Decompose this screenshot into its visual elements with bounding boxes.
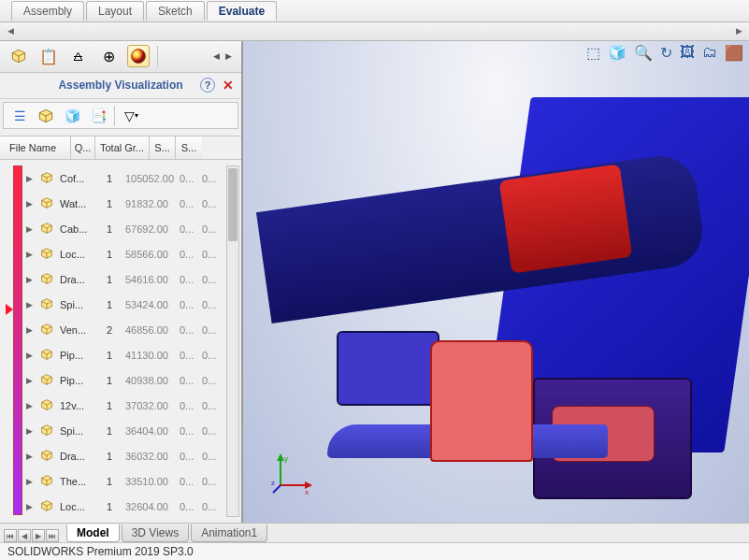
- list-item[interactable]: ▶Cab...167692.000...0...: [0, 216, 241, 241]
- row-total: 40938.00: [125, 375, 180, 386]
- grouping-icon[interactable]: 📑: [88, 106, 108, 126]
- mode-tab-evaluate[interactable]: Evaluate: [207, 1, 277, 21]
- mode-tab-strip: Assembly Layout Sketch Evaluate: [0, 0, 749, 22]
- row-name: Pip...: [60, 350, 101, 361]
- color-gradient-strip[interactable]: [13, 165, 22, 515]
- expander-icon[interactable]: ▶: [26, 502, 36, 511]
- row-total: 67692.00: [125, 223, 180, 235]
- zoom-window-icon[interactable]: 🔍: [634, 44, 653, 62]
- mode-tab-sketch[interactable]: Sketch: [146, 1, 205, 21]
- filter-separator: [114, 106, 115, 126]
- list-item[interactable]: ▶12v...137032.000...0...: [0, 393, 241, 418]
- vcr-first-icon[interactable]: ⏮: [4, 529, 17, 542]
- zoom-to-fit-icon[interactable]: ⬚: [586, 44, 600, 62]
- col-filename[interactable]: File Name: [0, 136, 71, 159]
- toolbar-scroll-left-icon[interactable]: ◀: [211, 51, 222, 61]
- list-item[interactable]: ▶Dra...136032.000...0...: [0, 443, 241, 468]
- mode-tab-assembly[interactable]: Assembly: [11, 1, 84, 21]
- column-header: File Name Q... Total Gr... S... S...: [0, 136, 241, 160]
- filter-funnel-icon[interactable]: ▽▾: [121, 106, 141, 126]
- list-item[interactable]: ▶Wat...191832.000...0...: [0, 191, 241, 216]
- list-item[interactable]: ▶Pip...140938.000...0...: [0, 367, 241, 393]
- bottom-tab-3dviews[interactable]: 3D Views: [122, 524, 189, 542]
- vcr-next-icon[interactable]: ▶: [32, 529, 45, 542]
- list-item[interactable]: ▶Cof...1105052.000...0...: [0, 165, 241, 191]
- view-cube-icon[interactable]: 🧊: [608, 44, 627, 62]
- col-sw[interactable]: S...: [150, 136, 176, 159]
- vcr-last-icon[interactable]: ⏭: [46, 529, 59, 542]
- part-cube-icon: [39, 296, 56, 313]
- tree-scrollbar[interactable]: [226, 165, 239, 517]
- flat-nested-icon[interactable]: ☰: [9, 106, 30, 126]
- appearances-icon[interactable]: 🟫: [725, 44, 743, 62]
- expander-icon[interactable]: ▶: [26, 401, 36, 410]
- row-sw: 0...: [180, 425, 202, 437]
- part-view-icon[interactable]: 🧊: [62, 106, 82, 126]
- row-sm: 0...: [202, 198, 224, 209]
- list-item[interactable]: ▶Dra...154616.000...0...: [0, 266, 241, 292]
- hierarchy-icon[interactable]: 🜁: [67, 45, 90, 67]
- row-total: 105052.00: [125, 173, 180, 184]
- expander-icon[interactable]: ▶: [26, 426, 36, 436]
- viewport-3d[interactable]: ⬚ 🧊 🔍 ↻ 🖼 🗂 🟫 y x z: [243, 41, 749, 523]
- list-item[interactable]: ▶Ven...246856.000...0...: [0, 317, 241, 342]
- row-sw: 0...: [180, 223, 202, 235]
- expander-icon[interactable]: ▶: [26, 477, 36, 486]
- row-qty: 1: [101, 223, 125, 235]
- col-total-graphics[interactable]: Total Gr...: [95, 136, 150, 159]
- rotate-icon[interactable]: ↻: [660, 44, 672, 62]
- expander-icon[interactable]: ▶: [26, 300, 36, 309]
- row-total: 36032.00: [125, 451, 180, 462]
- section-icon[interactable]: 🖼: [680, 44, 695, 61]
- list-item[interactable]: ▶Loc...158566.000...0...: [0, 241, 241, 266]
- list-item[interactable]: ▶Spi...136404.000...0...: [0, 418, 241, 443]
- list-item[interactable]: ▶Spi...153424.000...0...: [0, 292, 241, 317]
- row-sm: 0...: [202, 375, 224, 386]
- expander-icon[interactable]: ▶: [26, 351, 36, 360]
- toolbar-scroll-right-icon[interactable]: ▶: [223, 51, 234, 61]
- row-total: 37032.00: [125, 400, 180, 411]
- bottom-tab-strip: ⏮ ◀ ▶ ⏭ Model 3D Views Animation1: [0, 524, 749, 542]
- gradient-marker-icon[interactable]: [6, 304, 13, 315]
- visualization-sphere-icon[interactable]: [127, 45, 150, 67]
- list-item[interactable]: ▶The...133510.000...0...: [0, 468, 241, 494]
- list-item[interactable]: ▶Pip...141130.000...0...: [0, 342, 241, 367]
- bottom-tab-model[interactable]: Model: [66, 524, 120, 542]
- expander-icon[interactable]: ▶: [26, 174, 36, 183]
- row-total: 53424.00: [125, 299, 180, 310]
- orientation-triad-icon[interactable]: y x z: [271, 452, 314, 495]
- mode-tab-layout[interactable]: Layout: [86, 1, 144, 21]
- row-sm: 0...: [202, 425, 224, 437]
- row-qty: 1: [101, 350, 125, 361]
- expander-icon[interactable]: ▶: [26, 325, 36, 335]
- col-sm[interactable]: S...: [176, 136, 202, 159]
- property-icon[interactable]: 📋: [37, 45, 60, 67]
- row-sw: 0...: [180, 324, 202, 336]
- feature-tree-icon[interactable]: [7, 45, 30, 67]
- help-icon[interactable]: ?: [200, 78, 215, 93]
- list-item[interactable]: ▶Loc...132604.000...0...: [0, 494, 241, 519]
- vcr-prev-icon[interactable]: ◀: [18, 529, 31, 542]
- col-quantity[interactable]: Q...: [71, 136, 95, 159]
- expander-icon[interactable]: ▶: [26, 199, 36, 208]
- row-sw: 0...: [180, 299, 202, 310]
- assembly-icon[interactable]: [36, 106, 56, 126]
- scroll-right-icon[interactable]: ▶: [732, 24, 745, 37]
- expander-icon[interactable]: ▶: [26, 224, 36, 234]
- scrollbar-thumb[interactable]: [228, 168, 238, 241]
- scroll-left-icon[interactable]: ◀: [4, 24, 17, 37]
- row-qty: 1: [101, 299, 125, 310]
- row-sm: 0...: [202, 476, 224, 487]
- expander-icon[interactable]: ▶: [26, 376, 36, 385]
- expander-icon[interactable]: ▶: [26, 452, 36, 461]
- row-total: 58566.00: [125, 249, 180, 260]
- close-icon[interactable]: ✕: [221, 78, 236, 93]
- row-name: The...: [60, 476, 101, 487]
- crosshair-icon[interactable]: ⊕: [97, 45, 120, 67]
- expander-icon[interactable]: ▶: [26, 275, 36, 284]
- row-sw: 0...: [180, 375, 202, 386]
- bottom-tab-animation[interactable]: Animation1: [191, 524, 267, 542]
- row-name: Dra...: [60, 451, 101, 462]
- expander-icon[interactable]: ▶: [26, 250, 36, 259]
- display-style-icon[interactable]: 🗂: [702, 44, 717, 61]
